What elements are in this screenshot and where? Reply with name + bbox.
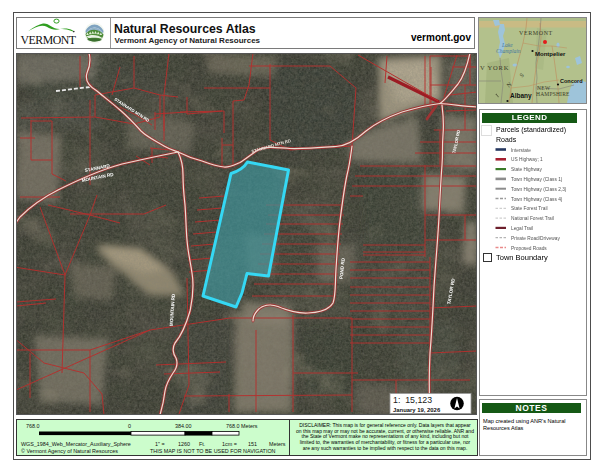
svg-text:Town Highway (Class 4): Town Highway (Class 4)	[511, 197, 563, 202]
svg-text:Interstate: Interstate	[511, 148, 531, 153]
svg-text:Private Road/Driveway: Private Road/Driveway	[511, 236, 560, 241]
svg-text:Concord: Concord	[560, 78, 583, 84]
svg-text:Champlain: Champlain	[496, 48, 521, 54]
svg-text:Town Highway (Class 2,3): Town Highway (Class 2,3)	[511, 187, 567, 192]
svg-text:VERMONT: VERMONT	[21, 33, 77, 47]
svg-text:1: 15,123: 1: 15,123	[393, 395, 432, 405]
svg-text:January 19, 2026: January 19, 2026	[393, 407, 441, 413]
svg-text:VERMONT: VERMONT	[519, 30, 553, 36]
svg-text:National Forest Trail: National Forest Trail	[511, 216, 554, 221]
svg-text:Albany: Albany	[510, 92, 532, 100]
svg-text:US Highway; 1: US Highway; 1	[511, 157, 543, 162]
svg-text:HAMPSHIRE: HAMPSHIRE	[536, 91, 570, 97]
svg-text:V YORK: V YORK	[480, 64, 509, 71]
svg-text:State Forest Trail: State Forest Trail	[511, 206, 548, 211]
svg-text:Town Highway (Class 1): Town Highway (Class 1)	[511, 177, 563, 182]
svg-text:Legal Trail: Legal Trail	[511, 226, 533, 231]
svg-text:Montpelier: Montpelier	[535, 51, 566, 57]
svg-text:State Highway: State Highway	[511, 167, 543, 172]
svg-text:Proposed Roads: Proposed Roads	[511, 246, 547, 251]
